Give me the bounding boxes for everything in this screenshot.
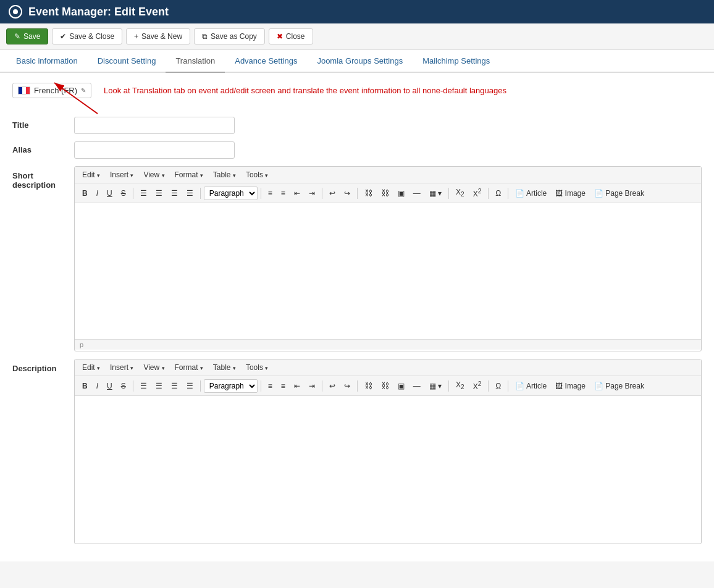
editor1-pagebreak-btn[interactable]: 📄 Page Break [590, 187, 648, 200]
editor2-indent-more-btn[interactable]: ⇥ [305, 380, 319, 392]
editor1-image-insert-btn[interactable]: 🖼 Image [552, 187, 589, 200]
separator4 [322, 188, 322, 199]
tab-bar: Basic information Discount Setting Trans… [0, 50, 714, 73]
editor2-strike-btn[interactable]: S [117, 380, 130, 392]
plus-icon: + [134, 32, 138, 41]
separator8 [508, 188, 508, 199]
save-close-button[interactable]: ✔ Save & Close [52, 28, 122, 44]
editor1-sub-btn[interactable]: X2 [452, 186, 468, 200]
editor2-body[interactable] [75, 396, 701, 507]
editor2-align-left-btn[interactable]: ☰ [136, 380, 151, 392]
description-row: Description Edit ▾ Insert ▾ View ▾ Forma… [12, 359, 702, 544]
editor2-image-btn[interactable]: ▣ [394, 380, 408, 392]
separator7 [488, 188, 489, 199]
editor1-link-btn[interactable]: ⛓ [361, 187, 376, 200]
editor1-indent-more-btn[interactable]: ⇥ [305, 187, 319, 200]
editor1-menu-view[interactable]: View ▾ [140, 169, 168, 180]
tab-mailchimp[interactable]: Mailchimp Settings [413, 50, 500, 73]
editor1-undo-btn[interactable]: ↩ [326, 187, 339, 200]
editor2-menu-view[interactable]: View ▾ [140, 362, 168, 373]
editor1-paragraph-select[interactable]: Paragraph [204, 187, 258, 200]
toolbar: ✎ Save ✔ Save & Close + Save & New ⧉ Sav… [0, 23, 714, 50]
editor1-align-left-btn[interactable]: ☰ [136, 187, 151, 200]
editor1-ol-btn[interactable]: ≡ [277, 187, 289, 200]
editor2-hr-btn[interactable]: — [410, 380, 424, 392]
editor2-align-justify-btn[interactable]: ☰ [183, 380, 197, 392]
tab-basic-information[interactable]: Basic information [6, 50, 88, 73]
editor1-table-btn[interactable]: ▦ ▾ [426, 187, 445, 200]
editor1-ul-btn[interactable]: ≡ [264, 187, 276, 200]
annotation-arrow-svg [48, 70, 196, 120]
editor1-menu-insert[interactable]: Insert ▾ [106, 169, 137, 180]
editor1-sup-btn[interactable]: X2 [469, 186, 485, 200]
editor2-unlink-btn[interactable]: ⛓ [377, 379, 393, 392]
editor1-indent-less-btn[interactable]: ⇤ [290, 187, 304, 200]
editor2-italic-btn[interactable]: I [93, 380, 102, 392]
tab-translation[interactable]: Translation [166, 50, 225, 73]
editor1-statusbar: p [75, 339, 701, 350]
alias-input[interactable] [74, 141, 235, 159]
editor2-omega-btn[interactable]: Ω [492, 380, 505, 392]
editor2-menu-insert[interactable]: Insert ▾ [106, 362, 137, 373]
editor1-article-btn[interactable]: 📄 Article [511, 187, 550, 200]
editor2-menu-table[interactable]: Table ▾ [209, 362, 240, 373]
editor1-hr-btn[interactable]: — [410, 187, 424, 200]
editor1-italic-btn[interactable]: I [93, 187, 102, 200]
close-button[interactable]: ✖ Close [269, 28, 313, 44]
editor1-menubar: Edit ▾ Insert ▾ View ▾ Format ▾ Table ▾ … [75, 167, 701, 183]
editor1-underline-btn[interactable]: U [103, 187, 116, 200]
editor1-menu-table[interactable]: Table ▾ [209, 169, 240, 180]
save-button[interactable]: ✎ Save [6, 28, 48, 44]
editor2-menu-edit[interactable]: Edit ▾ [78, 362, 104, 373]
separator1 [133, 188, 133, 199]
editor1-align-center-btn[interactable]: ☰ [152, 187, 166, 200]
save-new-button[interactable]: + Save & New [126, 28, 190, 44]
editor2-sub-btn[interactable]: X2 [452, 379, 468, 392]
tab-advance-settings[interactable]: Advance Settings [225, 50, 307, 73]
separator16 [508, 380, 508, 392]
editor1-bold-btn[interactable]: B [78, 187, 91, 200]
editor2-align-right-btn[interactable]: ☰ [167, 380, 182, 392]
description-editor: Edit ▾ Insert ▾ View ▾ Format ▾ Table ▾ … [74, 359, 702, 544]
short-description-label: Shortdescription [12, 166, 68, 190]
separator5 [357, 188, 358, 199]
separator15 [488, 380, 489, 392]
editor2-indent-less-btn[interactable]: ⇤ [290, 380, 304, 392]
editor2-bold-btn[interactable]: B [78, 380, 91, 392]
editor1-menu-format[interactable]: Format ▾ [171, 169, 207, 180]
copy-icon: ⧉ [202, 32, 208, 41]
editor2-table-btn[interactable]: ▦ ▾ [426, 380, 445, 392]
editor2-image-insert-btn[interactable]: 🖼 Image [552, 380, 589, 392]
editor2-align-center-btn[interactable]: ☰ [152, 380, 166, 392]
editor1-redo-btn[interactable]: ↪ [340, 187, 354, 200]
save-icon: ✎ [14, 32, 20, 41]
editor1-menu-tools[interactable]: Tools ▾ [242, 169, 272, 180]
editor2-sup-btn[interactable]: X2 [469, 379, 485, 393]
tab-joomla-groups[interactable]: Joomla Groups Settings [307, 50, 413, 73]
editor2-menu-tools[interactable]: Tools ▾ [242, 362, 272, 373]
editor1-body[interactable] [75, 203, 701, 339]
editor2-pagebreak-btn[interactable]: 📄 Page Break [590, 380, 648, 392]
editor1-align-right-btn[interactable]: ☰ [167, 187, 182, 200]
editor1-unlink-btn[interactable]: ⛓ [377, 187, 393, 200]
editor2-underline-btn[interactable]: U [103, 380, 116, 392]
editor2-undo-btn[interactable]: ↩ [326, 380, 339, 392]
editor2-redo-btn[interactable]: ↪ [340, 380, 354, 392]
editor2-menu-format[interactable]: Format ▾ [171, 362, 207, 373]
save-copy-button[interactable]: ⧉ Save as Copy [194, 28, 265, 44]
checkmark-icon: ✔ [60, 32, 66, 41]
tab-discount-setting[interactable]: Discount Setting [88, 50, 166, 73]
editor1-strike-btn[interactable]: S [117, 187, 130, 200]
editor1-omega-btn[interactable]: Ω [492, 187, 505, 200]
editor2-ul-btn[interactable]: ≡ [264, 380, 276, 392]
separator6 [448, 188, 449, 199]
editor1-menu-edit[interactable]: Edit ▾ [78, 169, 104, 180]
editor1-align-justify-btn[interactable]: ☰ [183, 187, 197, 200]
editor2-ol-btn[interactable]: ≡ [277, 380, 289, 392]
editor2-paragraph-select[interactable]: Paragraph [204, 379, 258, 393]
editor2-link-btn[interactable]: ⛓ [361, 379, 376, 392]
close-icon: ✖ [277, 32, 283, 41]
separator2 [200, 188, 201, 199]
editor2-article-btn[interactable]: 📄 Article [511, 380, 550, 392]
editor1-image-btn[interactable]: ▣ [394, 187, 408, 200]
